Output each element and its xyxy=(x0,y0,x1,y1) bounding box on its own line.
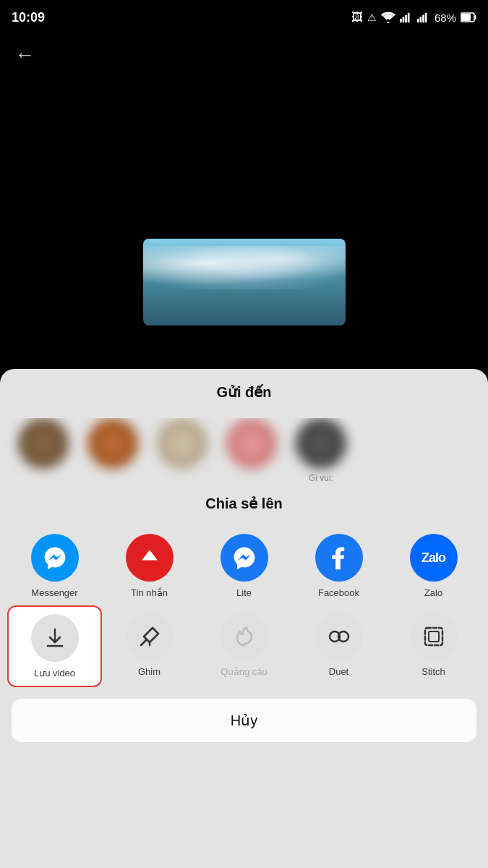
battery-text: 68% xyxy=(435,12,456,24)
app-messenger[interactable]: Messenger xyxy=(7,527,102,605)
duet-icon xyxy=(326,625,352,648)
svg-rect-19 xyxy=(425,628,442,645)
ghim-icon-bg xyxy=(126,613,174,660)
contact-avatar xyxy=(87,418,138,469)
lite-icon-bg xyxy=(221,534,268,582)
lite-icon xyxy=(231,545,257,571)
app-duet[interactable]: Duet xyxy=(291,605,386,687)
send-title: Gửi đến xyxy=(0,383,488,401)
svg-rect-7 xyxy=(422,14,424,22)
back-button[interactable]: ← xyxy=(14,43,35,67)
stitch-label: Stitch xyxy=(421,666,445,677)
zalo-icon-bg: Zalo xyxy=(410,534,458,582)
status-time: 10:09 xyxy=(12,10,45,25)
warning-icon: ⚠ xyxy=(367,12,377,23)
messenger-label: Messenger xyxy=(31,587,77,598)
app-luu-video[interactable]: Lưu video xyxy=(7,605,102,687)
duet-label: Duet xyxy=(329,666,348,677)
app-facebook[interactable]: Facebook xyxy=(291,527,386,605)
svg-rect-3 xyxy=(405,14,407,22)
app-stitch[interactable]: Stitch xyxy=(386,605,481,687)
quang-cao-label: Quảng cáo xyxy=(221,666,267,677)
app-zalo[interactable]: Zalo Zalo xyxy=(386,527,481,605)
stitch-icon-bg xyxy=(410,613,458,660)
contact-avatar xyxy=(296,418,346,469)
tin-nhan-icon-bg xyxy=(126,534,174,582)
video-clouds xyxy=(143,246,346,289)
ghim-label: Ghim xyxy=(138,666,160,677)
pin-icon xyxy=(138,625,161,648)
download-icon xyxy=(43,626,67,650)
svg-rect-5 xyxy=(417,19,419,22)
messenger-icon xyxy=(42,545,68,571)
svg-rect-20 xyxy=(429,631,439,642)
apps-row1: Messenger Tin nhắn Lite xyxy=(0,527,488,605)
svg-rect-4 xyxy=(408,13,410,23)
contact-avatar xyxy=(157,418,207,469)
notification-icon: 🖼 xyxy=(351,11,363,24)
app-ghim[interactable]: Ghim xyxy=(102,605,197,687)
svg-rect-1 xyxy=(400,19,402,22)
contact-label: Gi vui: xyxy=(309,473,333,483)
svg-marker-12 xyxy=(142,550,158,560)
flame-icon xyxy=(233,625,256,648)
contact-item[interactable] xyxy=(223,418,281,483)
lite-label: Lite xyxy=(236,587,252,598)
signal-icon xyxy=(400,12,413,23)
svg-rect-2 xyxy=(403,17,405,22)
facebook-label: Facebook xyxy=(318,587,359,598)
facebook-icon xyxy=(326,545,352,571)
svg-line-15 xyxy=(141,639,147,645)
share-title: Chia sẻ lên xyxy=(0,495,488,512)
zalo-text: Zalo xyxy=(421,550,445,566)
app-tin-nhan[interactable]: Tin nhắn xyxy=(102,527,197,605)
luu-video-icon-bg xyxy=(31,614,79,662)
contact-avatar xyxy=(226,418,277,469)
contact-item[interactable]: Gi vui: xyxy=(292,418,350,483)
contact-avatar xyxy=(18,418,69,469)
contact-item[interactable] xyxy=(14,418,72,483)
svg-rect-10 xyxy=(461,14,471,21)
svg-rect-6 xyxy=(420,17,422,22)
cancel-button[interactable]: Hủy xyxy=(12,699,476,742)
stitch-icon xyxy=(422,625,445,648)
facebook-icon-bg xyxy=(315,534,363,582)
contact-item[interactable] xyxy=(153,418,211,483)
signal-icon2 xyxy=(417,12,430,23)
svg-rect-8 xyxy=(425,13,427,23)
quang-cao-icon-bg xyxy=(221,613,268,660)
svg-rect-11 xyxy=(475,15,476,20)
tin-nhan-label: Tin nhắn xyxy=(131,587,168,598)
bottom-sheet: Gửi đến Gi vui: Chia sẻ lên xyxy=(0,369,488,868)
app-quang-cao[interactable]: Quảng cáo xyxy=(197,605,291,687)
svg-point-0 xyxy=(387,22,389,23)
tin-nhan-icon xyxy=(137,545,163,571)
apps-row2: Lưu video Ghim Quảng cáo xyxy=(0,605,488,687)
contacts-row: Gi vui: xyxy=(0,418,488,483)
app-lite[interactable]: Lite xyxy=(197,527,291,605)
battery-icon xyxy=(461,12,476,22)
status-icons: 🖼 ⚠ 68% xyxy=(351,11,476,24)
messenger-icon-bg xyxy=(31,534,79,582)
zalo-label: Zalo xyxy=(424,587,442,598)
video-preview xyxy=(143,239,346,326)
duet-icon-bg xyxy=(315,613,363,660)
luu-video-label: Lưu video xyxy=(34,668,75,678)
wifi-icon xyxy=(381,12,395,23)
contact-item[interactable] xyxy=(84,418,142,483)
status-bar: 10:09 🖼 ⚠ 68% xyxy=(0,0,488,35)
